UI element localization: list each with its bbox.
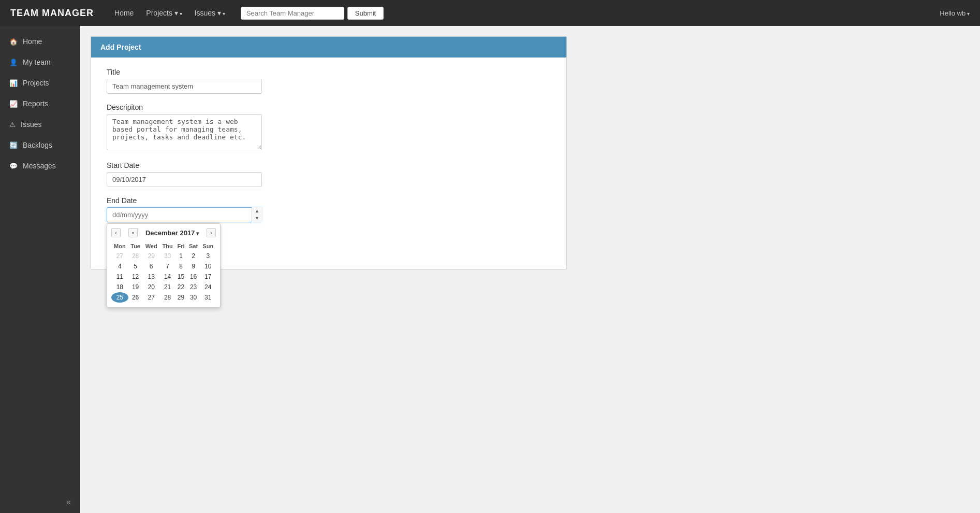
cal-day[interactable]: 11 xyxy=(111,272,128,282)
cal-day[interactable]: 17 xyxy=(200,272,216,282)
reports-icon: 📈 xyxy=(9,100,18,108)
calendar-prev-button[interactable]: ‹ xyxy=(111,228,121,237)
start-date-group: Start Date xyxy=(107,161,551,187)
cal-day[interactable]: 30 xyxy=(160,251,175,261)
cal-day[interactable]: 13 xyxy=(143,272,160,282)
cal-day[interactable]: 28 xyxy=(160,292,175,303)
cal-header-sun: Sun xyxy=(200,241,216,251)
messages-icon: 💬 xyxy=(9,162,18,170)
cal-day[interactable]: 23 xyxy=(187,282,200,292)
cal-day[interactable]: 3 xyxy=(200,251,216,261)
form-body: Title Descripiton Team management system… xyxy=(91,58,566,269)
description-label: Descripiton xyxy=(107,103,551,111)
add-project-card: Add Project Title Descripiton Team manag… xyxy=(91,36,567,269)
start-date-input[interactable] xyxy=(107,172,262,187)
end-date-wrapper: ▲ ▼ ‹ • December 2017 › xyxy=(107,207,262,222)
cal-day[interactable]: 15 xyxy=(175,272,186,282)
user-menu[interactable]: Hello wb xyxy=(940,9,970,17)
end-date-group: End Date ▲ ▼ ‹ • December 2017 xyxy=(107,196,551,222)
cal-day[interactable]: 30 xyxy=(187,292,200,303)
issues-icon: ⚠ xyxy=(9,121,16,129)
sidebar-item-label-home: Home xyxy=(23,37,42,46)
cal-day[interactable]: 1 xyxy=(175,251,186,261)
sidebar-item-label-reports: Reports xyxy=(23,99,48,108)
cal-header-tue: Tue xyxy=(128,241,143,251)
date-spin-down[interactable]: ▼ xyxy=(252,215,262,223)
cal-day[interactable]: 4 xyxy=(111,261,128,272)
calendar-header: ‹ • December 2017 › xyxy=(111,228,216,237)
sidebar-item-projects[interactable]: 📊 Projects xyxy=(0,73,80,93)
nav-issues[interactable]: Issues ▾ xyxy=(189,6,230,20)
cal-header-wed: Wed xyxy=(143,241,160,251)
calendar-next-button[interactable]: › xyxy=(207,228,216,237)
sidebar-item-label-messages: Messages xyxy=(23,162,56,170)
cal-day[interactable]: 2 xyxy=(187,251,200,261)
cal-day[interactable]: 19 xyxy=(128,282,143,292)
cal-day[interactable]: 20 xyxy=(143,282,160,292)
sidebar-item-issues[interactable]: ⚠ Issues xyxy=(0,114,80,135)
cal-day[interactable]: 10 xyxy=(200,261,216,272)
cal-day[interactable]: 27 xyxy=(143,292,160,303)
navbar-search: Submit xyxy=(241,7,384,20)
cal-day[interactable]: 18 xyxy=(111,282,128,292)
cal-day[interactable]: 28 xyxy=(128,251,143,261)
cal-day[interactable]: 12 xyxy=(128,272,143,282)
sidebar-item-reports[interactable]: 📈 Reports xyxy=(0,93,80,114)
cal-header-sat: Sat xyxy=(187,241,200,251)
sidebar-item-messages[interactable]: 💬 Messages xyxy=(0,155,80,176)
form-card-header: Add Project xyxy=(91,37,566,58)
sidebar-item-home[interactable]: 🏠 Home xyxy=(0,31,80,52)
description-input[interactable]: Team management system is a web based po… xyxy=(107,114,262,150)
search-submit-button[interactable]: Submit xyxy=(347,7,384,20)
cal-day[interactable]: 29 xyxy=(175,292,186,303)
calendar-month-label[interactable]: December 2017 xyxy=(145,229,199,237)
cal-day[interactable]: 31 xyxy=(200,292,216,303)
layout: 🏠 Home 👤 My team 📊 Projects 📈 Reports ⚠ … xyxy=(0,26,980,513)
cal-day[interactable]: 26 xyxy=(128,292,143,303)
cal-day[interactable]: 8 xyxy=(175,261,186,272)
nav-home[interactable]: Home xyxy=(109,6,139,20)
date-spin-up[interactable]: ▲ xyxy=(252,207,262,215)
navbar-links: Home Projects ▾ Issues ▾ xyxy=(109,6,230,20)
end-date-input[interactable] xyxy=(107,207,262,222)
home-icon: 🏠 xyxy=(9,38,18,46)
sidebar-collapse-button[interactable]: « xyxy=(0,491,80,513)
cal-day[interactable]: 24 xyxy=(200,282,216,292)
sidebar-item-label-my-team: My team xyxy=(23,58,51,66)
sidebar-item-my-team[interactable]: 👤 My team xyxy=(0,52,80,73)
cal-day[interactable]: 9 xyxy=(187,261,200,272)
title-label: Title xyxy=(107,68,551,76)
date-spin-buttons: ▲ ▼ xyxy=(252,207,262,222)
my-team-icon: 👤 xyxy=(9,59,18,66)
calendar-today-button[interactable]: • xyxy=(128,228,138,237)
calendar-dropdown: ‹ • December 2017 › Mon Tue xyxy=(107,223,221,307)
navbar-brand: TEAM MANAGER xyxy=(10,8,94,19)
cal-day[interactable]: 21 xyxy=(160,282,175,292)
nav-projects[interactable]: Projects ▾ xyxy=(141,6,187,20)
search-input[interactable] xyxy=(241,7,344,20)
cal-header-fri: Fri xyxy=(175,241,186,251)
cal-day[interactable]: 7 xyxy=(160,261,175,272)
sidebar: 🏠 Home 👤 My team 📊 Projects 📈 Reports ⚠ … xyxy=(0,26,80,513)
cal-day[interactable]: 14 xyxy=(160,272,175,282)
navbar: TEAM MANAGER Home Projects ▾ Issues ▾ Su… xyxy=(0,0,980,26)
projects-icon: 📊 xyxy=(9,79,18,87)
cal-day[interactable]: 25 xyxy=(111,292,128,303)
calendar-grid: Mon Tue Wed Thu Fri Sat Sun xyxy=(111,241,216,303)
cal-day[interactable]: 27 xyxy=(111,251,128,261)
cal-header-mon: Mon xyxy=(111,241,128,251)
backlogs-icon: 🔄 xyxy=(9,141,18,149)
end-date-label: End Date xyxy=(107,196,551,205)
sidebar-item-label-projects: Projects xyxy=(23,79,49,87)
cal-day[interactable]: 5 xyxy=(128,261,143,272)
title-group: Title xyxy=(107,68,551,94)
start-date-label: Start Date xyxy=(107,161,551,169)
cal-day[interactable]: 22 xyxy=(175,282,186,292)
cal-day[interactable]: 6 xyxy=(143,261,160,272)
sidebar-item-backlogs[interactable]: 🔄 Backlogs xyxy=(0,135,80,155)
cal-header-thu: Thu xyxy=(160,241,175,251)
cal-day[interactable]: 16 xyxy=(187,272,200,282)
cal-day[interactable]: 29 xyxy=(143,251,160,261)
title-input[interactable] xyxy=(107,79,262,94)
nav-issues-dropdown: Issues ▾ xyxy=(189,9,230,17)
